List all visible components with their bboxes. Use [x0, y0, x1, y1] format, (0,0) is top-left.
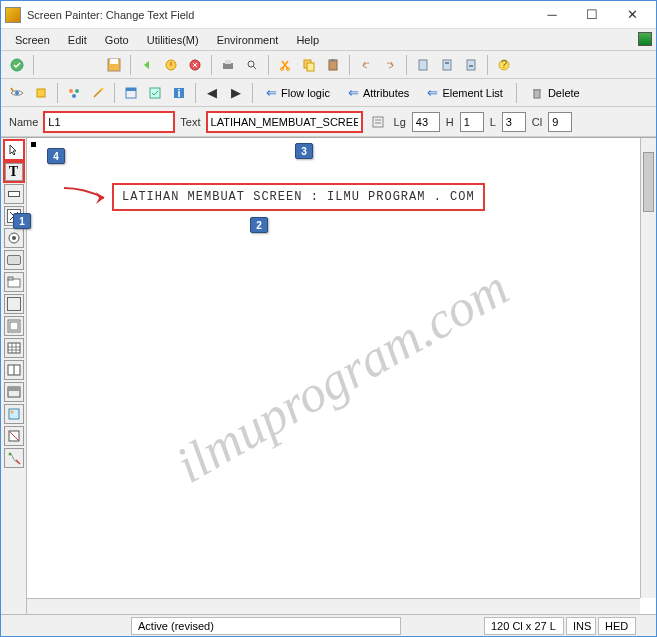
tool-subscreen[interactable]: [4, 316, 24, 336]
svg-rect-34: [373, 117, 383, 127]
copy-icon[interactable]: [299, 55, 319, 75]
svg-text:?: ?: [501, 58, 507, 70]
tool-icon[interactable]: [4, 404, 24, 424]
lg-field[interactable]: [412, 112, 440, 132]
menu-edit[interactable]: Edit: [60, 32, 95, 48]
svg-rect-15: [443, 60, 451, 70]
trash-icon: [530, 86, 544, 100]
redo-icon[interactable]: [380, 55, 400, 75]
horizontal-scrollbar[interactable]: [27, 598, 640, 614]
name-field[interactable]: [44, 112, 174, 132]
canvas[interactable]: LATIHAN MEMBUAT SCREEN : ILMU PROGRAM . …: [27, 138, 656, 614]
object-icon[interactable]: [64, 83, 84, 103]
svg-rect-6: [225, 60, 231, 64]
help-icon[interactable]: ?: [494, 55, 514, 75]
svg-point-23: [69, 89, 73, 93]
svg-rect-45: [9, 409, 19, 419]
vertical-scrollbar[interactable]: [640, 138, 656, 598]
separator: [114, 83, 115, 103]
delete-label: Delete: [548, 87, 580, 99]
doc3-icon[interactable]: [461, 55, 481, 75]
flow-logic-button[interactable]: ⇐Flow logic: [259, 83, 337, 103]
badge-1: 1: [13, 213, 31, 229]
menu-goto[interactable]: Goto: [97, 32, 137, 48]
tool-radio[interactable]: [4, 228, 24, 248]
element-list-button[interactable]: ⇐Element List: [420, 83, 510, 103]
statusbar: Active (revised) 120 Cl x 27 L INS HED: [1, 614, 656, 636]
svg-point-24: [75, 89, 79, 93]
svg-point-25: [72, 94, 76, 98]
tool-custom2[interactable]: [4, 382, 24, 402]
l-field[interactable]: [502, 112, 526, 132]
cl-label: Cl: [532, 116, 542, 128]
h-field[interactable]: [460, 112, 484, 132]
cl-field[interactable]: [548, 112, 572, 132]
cancel-icon[interactable]: [185, 55, 205, 75]
text-field[interactable]: [207, 112, 362, 132]
text-label: Text: [180, 116, 200, 128]
menu-screen[interactable]: Screen: [7, 32, 58, 48]
svg-rect-13: [331, 59, 335, 62]
tool-box[interactable]: [4, 294, 24, 314]
badge-4: 4: [47, 148, 65, 164]
svg-rect-18: [469, 65, 473, 67]
doc1-icon[interactable]: [413, 55, 433, 75]
check2-icon[interactable]: [145, 83, 165, 103]
menu-utilities[interactable]: Utilities(M): [139, 32, 207, 48]
undo-icon[interactable]: [356, 55, 376, 75]
exit-icon[interactable]: [161, 55, 181, 75]
layout-icon[interactable]: [121, 83, 141, 103]
separator: [516, 83, 517, 103]
svg-rect-33: [533, 89, 541, 91]
tool-custom3[interactable]: [4, 448, 24, 468]
next-icon[interactable]: ▶: [226, 83, 246, 103]
prev-icon[interactable]: ◀: [202, 83, 222, 103]
tool-custom1[interactable]: [4, 360, 24, 380]
minimize-button[interactable]: ─: [532, 2, 572, 28]
menu-help[interactable]: Help: [288, 32, 327, 48]
tool-pointer[interactable]: [4, 140, 24, 160]
activate-icon[interactable]: [31, 83, 51, 103]
svg-point-36: [12, 236, 16, 240]
annotation-arrow-icon: [59, 183, 114, 213]
dictionary-icon[interactable]: [368, 112, 388, 132]
main-area: T LATIHAN MEMBUAT SCREEN : ILMU PROGRAM …: [1, 137, 656, 614]
tool-table[interactable]: [4, 338, 24, 358]
info-icon[interactable]: i: [169, 83, 189, 103]
svg-rect-28: [126, 88, 136, 91]
toolbar-screen: i ◀ ▶ ⇐Flow logic ⇐Attributes ⇐Element L…: [1, 79, 656, 107]
svg-rect-41: [8, 343, 20, 353]
menu-environment[interactable]: Environment: [209, 32, 287, 48]
back-icon[interactable]: [137, 55, 157, 75]
tool-text[interactable]: T: [4, 162, 24, 182]
placed-text-field[interactable]: LATIHAN MEMBUAT SCREEN : ILMU PROGRAM . …: [112, 183, 485, 211]
check-icon[interactable]: [7, 55, 27, 75]
h-label: H: [446, 116, 454, 128]
layout-indicator-icon[interactable]: [638, 32, 652, 46]
svg-rect-44: [8, 387, 20, 391]
toolbar-main: ?: [1, 51, 656, 79]
maximize-button[interactable]: ☐: [572, 2, 612, 28]
close-button[interactable]: ✕: [612, 2, 652, 28]
paste-icon[interactable]: [323, 55, 343, 75]
tool-status-icon[interactable]: [4, 426, 24, 446]
save-icon[interactable]: [104, 55, 124, 75]
separator: [57, 83, 58, 103]
attributes-button[interactable]: ⇐Attributes: [341, 83, 416, 103]
separator: [195, 83, 196, 103]
print-icon[interactable]: [218, 55, 238, 75]
wand-icon[interactable]: [88, 83, 108, 103]
cut-icon[interactable]: [275, 55, 295, 75]
svg-rect-2: [110, 59, 118, 64]
status-ins: INS: [566, 617, 596, 635]
delete-button[interactable]: Delete: [523, 83, 587, 103]
tool-tabstrip[interactable]: [4, 272, 24, 292]
display-icon[interactable]: [7, 83, 27, 103]
find-icon[interactable]: [242, 55, 262, 75]
svg-point-26: [101, 87, 104, 90]
doc2-icon[interactable]: [437, 55, 457, 75]
tool-input[interactable]: [4, 184, 24, 204]
tool-pushbutton[interactable]: [4, 250, 24, 270]
attributes-label: Attributes: [363, 87, 409, 99]
svg-text:i: i: [177, 87, 180, 99]
